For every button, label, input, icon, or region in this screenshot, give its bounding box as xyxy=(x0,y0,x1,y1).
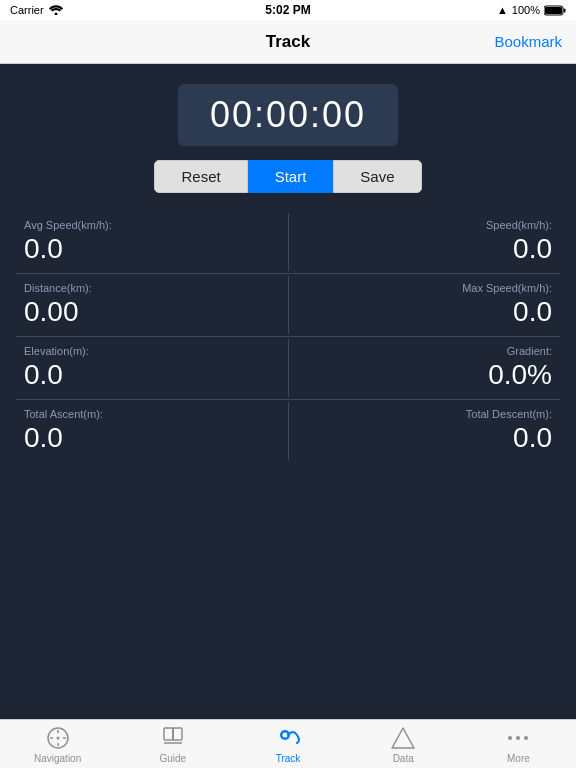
tab-guide[interactable]: Guide xyxy=(115,720,230,768)
horizontal-divider-2 xyxy=(16,336,560,337)
elevation-label: Elevation(m): xyxy=(24,345,280,357)
speed-cell: Speed(km/h): 0.0 xyxy=(289,213,561,271)
reset-button[interactable]: Reset xyxy=(154,160,247,193)
wifi-icon xyxy=(49,5,63,15)
avg-speed-value: 0.0 xyxy=(24,233,280,265)
gradient-value: 0.0% xyxy=(297,359,553,391)
compass-icon xyxy=(45,725,71,751)
elevation-cell: Elevation(m): 0.0 xyxy=(16,339,288,397)
total-ascent-label: Total Ascent(m): xyxy=(24,408,280,420)
main-content: 00:00:00 Reset Start Save Avg Speed(km/h… xyxy=(0,64,576,719)
svg-rect-3 xyxy=(564,8,566,12)
svg-point-18 xyxy=(516,736,520,740)
tab-bar: Navigation Guide Track Data xyxy=(0,719,576,768)
status-bar-right: ▲ 100% xyxy=(497,4,566,16)
tab-navigation-label: Navigation xyxy=(34,753,81,764)
avg-speed-cell: Avg Speed(km/h): 0.0 xyxy=(16,213,288,271)
total-descent-value: 0.0 xyxy=(297,422,553,454)
horizontal-divider-1 xyxy=(16,273,560,274)
tab-data-label: Data xyxy=(393,753,414,764)
tab-data[interactable]: Data xyxy=(346,720,461,768)
status-bar-time: 5:02 PM xyxy=(265,3,310,17)
tab-guide-label: Guide xyxy=(159,753,186,764)
nav-bar-title: Track xyxy=(266,32,310,52)
bookmark-button[interactable]: Bookmark xyxy=(494,33,562,50)
total-descent-cell: Total Descent(m): 0.0 xyxy=(289,402,561,460)
distance-label: Distance(km): xyxy=(24,282,280,294)
speed-value: 0.0 xyxy=(297,233,553,265)
tab-track[interactable]: Track xyxy=(230,720,345,768)
max-speed-cell: Max Speed(km/h): 0.0 xyxy=(289,276,561,334)
total-ascent-value: 0.0 xyxy=(24,422,280,454)
svg-rect-11 xyxy=(173,728,182,740)
svg-point-0 xyxy=(54,13,57,16)
tab-navigation[interactable]: Navigation xyxy=(0,720,115,768)
svg-point-17 xyxy=(508,736,512,740)
gradient-cell: Gradient: 0.0% xyxy=(289,339,561,397)
data-icon xyxy=(390,725,416,751)
status-bar-left: Carrier xyxy=(10,4,63,16)
svg-point-15 xyxy=(283,732,288,737)
svg-point-5 xyxy=(56,736,59,739)
start-button[interactable]: Start xyxy=(248,160,334,193)
timer-display: 00:00:00 xyxy=(178,84,398,146)
distance-value: 0.00 xyxy=(24,296,280,328)
track-icon xyxy=(275,725,301,751)
svg-marker-16 xyxy=(392,728,414,748)
button-row: Reset Start Save xyxy=(16,160,560,193)
max-speed-label: Max Speed(km/h): xyxy=(297,282,553,294)
total-descent-label: Total Descent(m): xyxy=(297,408,553,420)
horizontal-divider-3 xyxy=(16,399,560,400)
total-ascent-cell: Total Ascent(m): 0.0 xyxy=(16,402,288,460)
tab-more[interactable]: More xyxy=(461,720,576,768)
avg-speed-label: Avg Speed(km/h): xyxy=(24,219,280,231)
tab-more-label: More xyxy=(507,753,530,764)
status-bar: Carrier 5:02 PM ▲ 100% xyxy=(0,0,576,20)
save-button[interactable]: Save xyxy=(333,160,421,193)
gradient-label: Gradient: xyxy=(297,345,553,357)
tab-track-label: Track xyxy=(276,753,301,764)
carrier-label: Carrier xyxy=(10,4,44,16)
svg-rect-2 xyxy=(545,7,562,14)
max-speed-value: 0.0 xyxy=(297,296,553,328)
location-icon: ▲ xyxy=(497,4,508,16)
guide-icon xyxy=(160,725,186,751)
speed-label: Speed(km/h): xyxy=(297,219,553,231)
svg-point-19 xyxy=(524,736,528,740)
nav-bar: Track Bookmark xyxy=(0,20,576,64)
more-icon xyxy=(505,725,531,751)
timer-container: 00:00:00 xyxy=(16,84,560,146)
svg-rect-10 xyxy=(164,728,173,740)
elevation-value: 0.0 xyxy=(24,359,280,391)
battery-icon xyxy=(544,5,566,16)
battery-label: 100% xyxy=(512,4,540,16)
stats-grid: Avg Speed(km/h): 0.0 Speed(km/h): 0.0 Di… xyxy=(16,213,560,460)
distance-cell: Distance(km): 0.00 xyxy=(16,276,288,334)
